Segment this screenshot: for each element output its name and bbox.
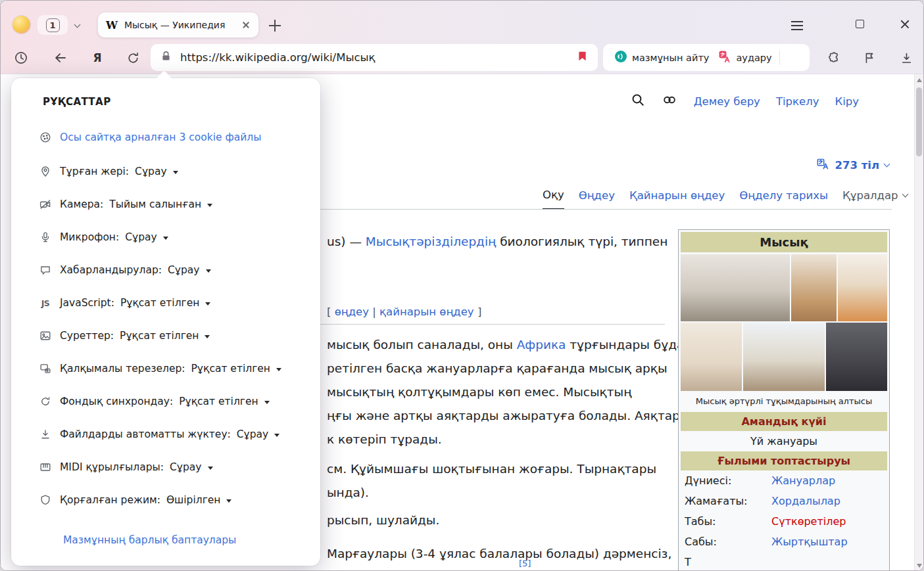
permission-label: Суреттер: <box>60 330 114 342</box>
collections-icon[interactable] <box>860 48 879 68</box>
tabs-divider <box>320 209 892 210</box>
browser-window: 1 W Мысық — Уикипедия Я https://kk.w <box>0 0 924 571</box>
permission-row-notifications[interactable]: Хабарландырулар:Сұрау <box>11 254 320 286</box>
reference-link[interactable]: [5] <box>519 559 531 568</box>
more-options-icon[interactable] <box>875 95 885 108</box>
article-line: ретілген басқа жануарларға қарағанда мыс… <box>327 361 668 375</box>
permission-value: Рұқсат етілген <box>120 297 199 309</box>
cat-photo[interactable] <box>681 254 790 321</box>
search-icon[interactable] <box>631 93 645 110</box>
scrollbar[interactable] <box>914 74 923 570</box>
url-text[interactable]: https://kk.wikipedia.org/wiki/Мысық <box>180 51 576 64</box>
cat-photo[interactable] <box>681 323 742 391</box>
taxonomy-value-link[interactable]: Жануарлар <box>771 474 835 487</box>
permission-row-location[interactable]: Тұрған жері:Сұрау <box>11 155 320 188</box>
permission-row-microphone[interactable]: Микрофон:Сұрау <box>11 221 320 254</box>
article-tab-label: Құралдар <box>842 189 898 202</box>
lock-icon[interactable] <box>160 50 172 65</box>
donate-link[interactable]: Демеу беру <box>694 95 760 108</box>
scrollbar-thumb[interactable] <box>916 87 922 156</box>
section-divider <box>320 324 665 325</box>
permission-value: Сұрау <box>170 461 202 473</box>
language-selector[interactable]: 273 тіл <box>816 157 890 173</box>
article-line: us) — Мысықтәрізділердің биологиялық түр… <box>327 235 668 248</box>
taxonomy-value-link[interactable]: Жыртқыштар <box>771 536 848 548</box>
bookmark-icon[interactable] <box>576 50 589 65</box>
permission-label: JavaScript: <box>60 297 114 309</box>
appearance-icon[interactable] <box>661 93 678 110</box>
article-link[interactable]: өңдеу <box>335 306 369 318</box>
permission-row-midi[interactable]: MIDI құрылғылары:Сұрау <box>11 451 320 484</box>
taxonomy-label: Табы: <box>685 515 771 528</box>
permission-row-images[interactable]: Суреттер:Рұқсат етілген <box>11 319 320 352</box>
taxonomy-value-link[interactable]: Сүткөретілер <box>771 515 846 528</box>
article-tab-3[interactable]: Қайнарын өңдеу <box>629 189 725 209</box>
cat-photo[interactable] <box>826 323 887 391</box>
scrollbar-down-icon[interactable] <box>917 564 922 568</box>
address-more-icon[interactable] <box>784 51 794 64</box>
permission-row-auto-downloads[interactable]: Файлдарды автоматты жүктеу:Сұрау <box>11 418 320 451</box>
article-line: ында). <box>327 486 369 499</box>
tab-group-dropdown[interactable] <box>70 20 84 31</box>
protected-mode-icon <box>39 493 52 507</box>
address-bar[interactable]: https://kk.wikipedia.org/wiki/Мысық <box>151 44 598 71</box>
article-link[interactable]: қайнарын өңдеу <box>379 306 474 318</box>
flag-icon <box>863 51 876 64</box>
background-sync-icon <box>39 395 52 408</box>
read-aloud-label: мазмұнын айту <box>632 53 709 63</box>
permission-label: MIDI құрылғылары: <box>60 461 164 473</box>
permission-row-camera[interactable]: Камера:Тыйым салынған <box>11 188 320 221</box>
window-close-icon[interactable] <box>899 18 911 30</box>
article-text-span: мысық болып саналады, оны <box>327 338 517 352</box>
cookies-row[interactable]: Осы сайтқа арналған 3 cookie файлы <box>39 127 320 147</box>
article-tab-label: Оқу <box>543 189 564 201</box>
article-tab-1[interactable]: Оқу <box>543 189 564 210</box>
cat-photo[interactable] <box>791 254 837 321</box>
read-aloud-button[interactable]: мазмұнын айту <box>610 50 714 65</box>
article-text-span: биологиялық түрі, типпен <box>496 235 668 248</box>
camera-icon <box>39 198 52 211</box>
translate-button[interactable]: аудару <box>714 50 776 65</box>
dropdown-caret-icon <box>208 467 213 470</box>
permission-row-popup-windows[interactable]: Қалқымалы терезелер:Рұқсат етілген <box>11 352 320 385</box>
article-line: ңғы және артқы аяқтарды ажыратуға болады… <box>327 409 689 423</box>
article-text-span: см. Құйымшағы шоқтығынан жоғары. Тырнақт… <box>327 462 656 476</box>
downloads-icon[interactable] <box>896 48 916 68</box>
profile-avatar[interactable] <box>12 16 30 34</box>
article-line: к көтеріп тұрады. <box>327 432 442 446</box>
back-button[interactable] <box>51 48 70 68</box>
login-link[interactable]: Кіру <box>835 95 859 108</box>
permission-row-background-sync[interactable]: Фондық синхрондау:Рұқсат етілген <box>11 385 320 418</box>
article-link[interactable]: Мысықтәрізділердің <box>366 235 496 248</box>
tab-close-icon[interactable] <box>241 20 251 30</box>
article-tab-5[interactable]: Құралдар <box>842 189 908 209</box>
article-tab-4[interactable]: Өңделу тарихы <box>739 189 828 209</box>
cat-photo[interactable] <box>743 323 825 391</box>
dropdown-caret-icon <box>207 204 212 207</box>
hamburger-menu-icon[interactable] <box>789 19 806 32</box>
article-tab-2[interactable]: Өңдеу <box>579 189 615 209</box>
reload-button[interactable] <box>123 48 143 68</box>
window-maximize-icon[interactable] <box>856 20 864 28</box>
history-button[interactable] <box>11 48 31 68</box>
dropdown-caret-icon <box>173 171 178 174</box>
article-link[interactable]: Африка <box>517 338 566 352</box>
cat-photo[interactable] <box>838 254 887 321</box>
yandex-button[interactable]: Я <box>87 48 107 68</box>
cookies-link[interactable]: Осы сайтқа арналған 3 cookie файлы <box>60 131 261 143</box>
content-settings-link[interactable]: Мазмұнның барлық баптаулары <box>63 534 236 546</box>
page-actions-pill: мазмұнын айту аудару <box>603 44 810 71</box>
permission-row-protected-mode[interactable]: Қорғалған режим:Өшірілген <box>11 484 320 516</box>
new-tab-button[interactable] <box>266 17 283 34</box>
permission-value: Сұрау <box>125 231 157 243</box>
browser-tab[interactable]: W Мысық — Уикипедия <box>98 12 258 37</box>
register-link[interactable]: Тіркелу <box>776 95 819 108</box>
scrollbar-up-icon[interactable] <box>917 78 922 82</box>
extensions-icon[interactable] <box>823 48 842 68</box>
permission-row-javascript[interactable]: JSJavaScript:Рұқсат етілген <box>11 286 320 319</box>
tab-group-badge[interactable]: 1 <box>37 15 68 35</box>
images-icon <box>39 329 52 342</box>
taxonomy-value-link[interactable]: Хордалылар <box>771 495 840 507</box>
article-text-span: | <box>369 306 379 318</box>
notifications-icon <box>39 263 52 277</box>
